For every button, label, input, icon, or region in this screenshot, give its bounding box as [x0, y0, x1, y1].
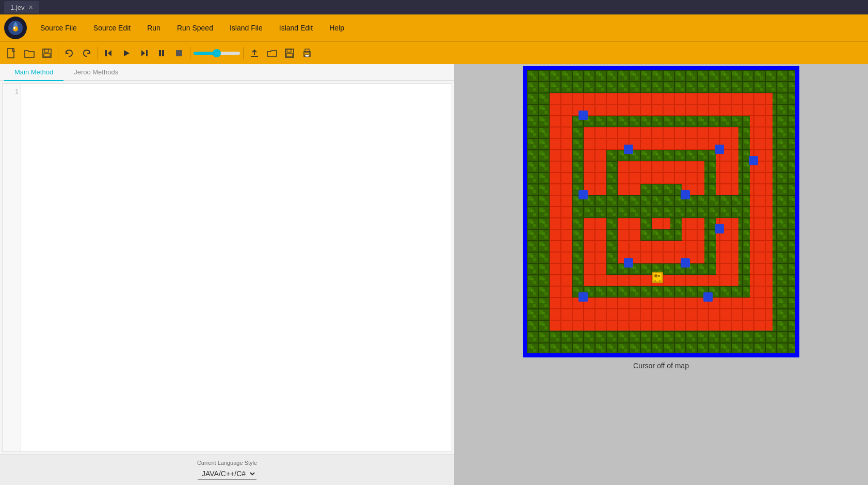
step-back-button[interactable]: [101, 45, 117, 61]
svg-rect-59: [624, 145, 633, 154]
line-number: 1: [5, 88, 19, 95]
redo-button[interactable]: [79, 45, 94, 61]
tab-close-button[interactable]: ×: [28, 3, 33, 11]
toolbar-divider-1: [58, 47, 58, 59]
speed-slider[interactable]: [194, 52, 240, 55]
svg-rect-6: [44, 49, 49, 52]
tab-main-method[interactable]: Main Method: [4, 64, 63, 81]
left-panel: Main Method Jeroo Methods 1 Current Lang…: [0, 64, 454, 485]
svg-rect-63: [578, 292, 588, 302]
tab-filename: 1.jev: [10, 4, 24, 11]
svg-rect-15: [176, 50, 182, 56]
toolbar-divider-4: [243, 47, 244, 59]
svg-rect-74: [659, 280, 661, 283]
menu-help[interactable]: Help: [322, 21, 351, 35]
undo-button[interactable]: [61, 45, 77, 61]
code-area[interactable]: [21, 84, 452, 451]
menu-island-edit[interactable]: Island Edit: [272, 21, 320, 35]
svg-rect-40: [538, 82, 550, 342]
svg-rect-58: [578, 190, 588, 199]
svg-rect-54: [572, 207, 750, 218]
right-panel: Cursor off of map: [454, 64, 868, 485]
svg-rect-46: [606, 150, 716, 161]
svg-rect-11: [146, 50, 148, 56]
file-tab[interactable]: 1.jev ×: [4, 1, 39, 13]
step-forward-button[interactable]: [136, 45, 152, 61]
speed-slider-container: [194, 52, 240, 55]
menu-run-speed[interactable]: Run Speed: [170, 21, 220, 35]
svg-point-3: [13, 27, 15, 29]
svg-marker-9: [108, 50, 111, 56]
svg-rect-68: [749, 156, 758, 165]
editor-tabs: Main Method Jeroo Methods: [0, 64, 454, 81]
save-file-button[interactable]: [39, 45, 55, 61]
svg-rect-64: [681, 258, 690, 268]
svg-point-2: [13, 26, 18, 32]
island-save-button[interactable]: [282, 45, 297, 61]
new-file-button[interactable]: [4, 45, 20, 61]
upload-button[interactable]: [247, 45, 262, 61]
svg-rect-65: [703, 292, 713, 302]
island-canvas: [523, 66, 799, 357]
svg-point-72: [658, 275, 660, 277]
cursor-status: Cursor off of map: [633, 362, 689, 370]
island-svg: [527, 70, 795, 353]
menu-island-file[interactable]: Island File: [222, 21, 270, 35]
svg-rect-36: [527, 70, 538, 353]
svg-rect-34: [527, 70, 795, 82]
app-logo: [4, 17, 27, 39]
svg-rect-55: [572, 286, 750, 298]
toolbar: [0, 41, 868, 64]
svg-rect-67: [578, 111, 588, 120]
stop-button[interactable]: [171, 45, 187, 61]
code-editor[interactable]: 1: [2, 83, 452, 452]
svg-rect-8: [105, 50, 107, 56]
svg-rect-39: [538, 331, 784, 342]
svg-rect-73: [654, 280, 656, 283]
main-content: Main Method Jeroo Methods 1 Current Lang…: [0, 64, 868, 485]
toolbar-divider-2: [98, 47, 98, 59]
print-button[interactable]: [299, 45, 315, 61]
pause-button[interactable]: [154, 45, 169, 61]
svg-rect-22: [305, 55, 309, 57]
svg-rect-13: [159, 50, 161, 56]
toolbar-divider-3: [190, 47, 190, 59]
svg-rect-57: [738, 207, 750, 298]
island-open-button[interactable]: [264, 45, 280, 61]
svg-rect-56: [572, 207, 584, 298]
language-select-container: JAVA/C++/C# Python Ruby: [198, 468, 256, 480]
svg-rect-38: [538, 82, 784, 93]
svg-rect-7: [44, 54, 50, 57]
svg-rect-45: [738, 116, 750, 207]
language-label: Current Language Style: [197, 460, 257, 466]
title-bar: 1.jev ×: [0, 0, 868, 14]
svg-rect-42: [572, 116, 750, 127]
menu-run[interactable]: Run: [140, 21, 168, 35]
svg-rect-60: [681, 190, 690, 199]
status-bar: Current Language Style JAVA/C++/C# Pytho…: [0, 454, 454, 485]
tab-jeroo-methods[interactable]: Jeroo Methods: [63, 64, 128, 81]
svg-point-71: [654, 274, 657, 277]
line-numbers: 1: [3, 84, 21, 451]
svg-marker-10: [124, 50, 130, 56]
svg-rect-41: [773, 82, 784, 342]
svg-rect-19: [286, 54, 293, 57]
svg-rect-14: [162, 50, 164, 56]
run-button[interactable]: [119, 45, 134, 61]
svg-rect-62: [624, 258, 633, 268]
language-select[interactable]: JAVA/C++/C# Python Ruby: [198, 468, 256, 480]
menu-source-file[interactable]: Source File: [33, 21, 84, 35]
svg-rect-35: [527, 342, 795, 353]
svg-marker-12: [141, 50, 145, 56]
svg-rect-61: [715, 224, 724, 233]
menu-bar: Source File Source Edit Run Run Speed Is…: [0, 14, 868, 41]
svg-rect-37: [784, 70, 795, 353]
svg-rect-4: [8, 49, 14, 58]
svg-rect-66: [715, 145, 724, 154]
svg-point-23: [309, 53, 310, 54]
svg-rect-18: [287, 49, 291, 52]
open-file-button[interactable]: [22, 45, 37, 61]
svg-rect-43: [572, 195, 750, 207]
menu-source-edit[interactable]: Source Edit: [86, 21, 138, 35]
